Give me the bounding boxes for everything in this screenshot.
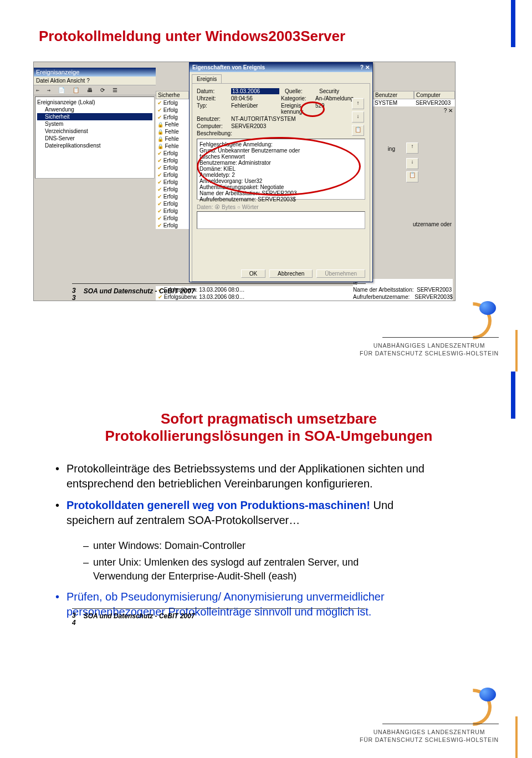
content: Protokolleinträge des Betriebssystems un… <box>39 461 499 619</box>
dialog-titlebar: Eigenschaften von Ereignis ? ✕ <box>190 63 372 72</box>
organization: UNABHÄNGIGES LANDESZENTRUM FÜR DATENSCHU… <box>360 724 499 744</box>
tree-root: Ereignisanzeige (Lokal) <box>37 99 152 106</box>
right-close-icons: ? ✕ <box>373 106 455 115</box>
nav-down: ↓ <box>406 158 418 169</box>
accent-bar-top <box>511 372 515 419</box>
slide-title: Protokollmeldung unter Windows2003Server <box>39 28 499 45</box>
nav-down: ↓ <box>352 111 364 123</box>
highlight-circle-description <box>197 137 361 196</box>
footer-text: SOA und Datenschutz - CeBIT 2007 <box>84 612 195 620</box>
windows-screenshot: Ereignisanzeige Datei Aktion Ansicht ? ⇐… <box>33 62 456 301</box>
dialog-title-text: Eigenschaften von Ereignis <box>192 64 265 70</box>
tree-item: DNS-Server <box>37 135 152 142</box>
logo <box>454 302 493 338</box>
apply-button: Übernehmen <box>316 269 365 278</box>
logo <box>454 689 493 725</box>
copy-icon: 📋 <box>352 125 364 136</box>
event-viewer-window: Ereignisanzeige Datei Aktion Ansicht ? ⇐… <box>34 68 156 180</box>
accent-bar-bottom <box>515 330 518 372</box>
accent-bar-bottom <box>515 716 518 758</box>
log-column-header: Sicherhe <box>156 91 189 99</box>
tree-item: Anwendung <box>37 106 152 113</box>
event-properties-dialog: Eigenschaften von Ereignis ? ✕ Ereignis … <box>189 62 373 282</box>
footer: 3 3 SOA und Datenschutz - CeBIT 2007 <box>72 287 532 302</box>
cancel-button: Abbrechen <box>269 269 313 278</box>
data-radios: Daten: ⦿ Bytes ○ Wörter <box>197 204 365 210</box>
nav-up: ↑ <box>406 143 418 154</box>
dialog-buttons: OK Abbrechen Übernehmen <box>197 269 365 278</box>
log-column: Sicherhe Erfolg Erfolg Erfolg Fehle Fehl… <box>156 91 189 229</box>
highlight-circle-eventid <box>300 101 325 117</box>
tree-item-selected: Sicherheit <box>37 113 152 120</box>
page-number: 3 3 <box>72 287 76 302</box>
description-label: Beschreibung: <box>197 130 365 136</box>
event-viewer-toolbar: ⇐ ⇒ 📄 📋 🖶 ⟳ ☰ <box>34 85 156 95</box>
event-viewer-tree: Ereignisanzeige (Lokal) Anwendung Sicher… <box>35 96 155 179</box>
ok-button: OK <box>241 269 265 278</box>
dialog-tab: Ereignis <box>192 74 222 83</box>
data-box <box>197 211 365 229</box>
event-viewer-menu: Datei Aktion Ansicht ? <box>34 77 156 85</box>
dialog-close-icons: ? ✕ <box>360 64 370 70</box>
slide-title: Sofort pragmatisch umsetzbare Protokolli… <box>39 410 499 445</box>
accent-bar-top <box>511 0 515 47</box>
right-panel: Benutzer Computer SYSTEM SERVER2003 ? ✕ … <box>373 91 455 227</box>
event-viewer-titlebar: Ereignisanzeige <box>34 68 156 77</box>
page-number: 3 4 <box>72 612 76 627</box>
copy-icon: 📋 <box>406 171 418 182</box>
bullet-2: Protokolldaten generell weg von Produkti… <box>55 498 438 583</box>
tree-item: System <box>37 120 152 128</box>
tree-item: Dateireplikationsdienst <box>37 142 152 149</box>
tree-item: Verzeichnisdienst <box>37 128 152 135</box>
organization: UNABHÄNGIGES LANDESZENTRUM FÜR DATENSCHU… <box>360 337 499 358</box>
sub-bullet: unter Windows: Domain-Controller <box>83 539 377 552</box>
footer: 3 4 SOA und Datenschutz - CeBIT 2007 <box>72 612 532 627</box>
dialog-side-buttons: ↑ ↓ 📋 <box>352 98 364 138</box>
nav-up: ↑ <box>352 98 364 109</box>
bullet-1: Protokolleinträge des Betriebssystems un… <box>55 461 438 491</box>
sub-bullet: unter Unix: Umlenken des syslogd auf zen… <box>83 556 377 583</box>
footer-text: SOA und Datenschutz - CeBIT 2007 <box>84 287 195 295</box>
